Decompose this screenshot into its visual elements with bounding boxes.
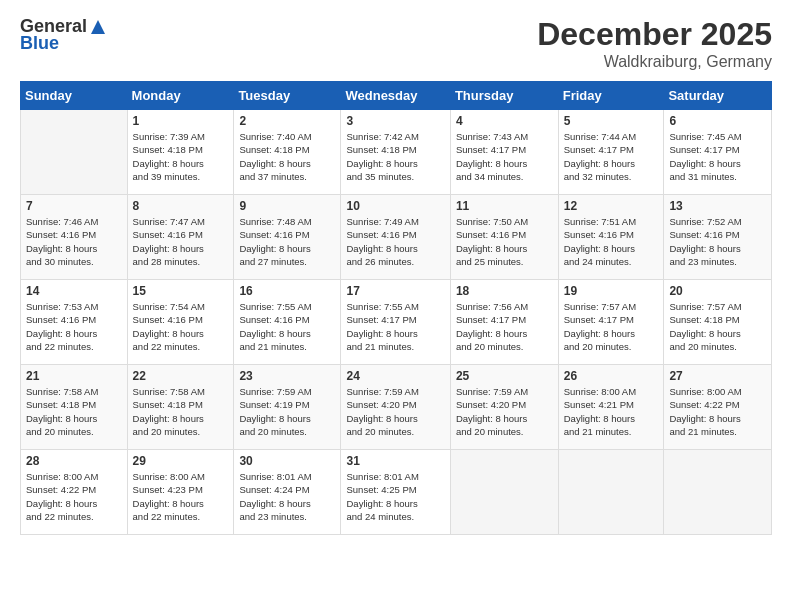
day-info: Sunrise: 7:40 AM Sunset: 4:18 PM Dayligh…	[239, 130, 335, 183]
table-row: 11Sunrise: 7:50 AM Sunset: 4:16 PM Dayli…	[450, 195, 558, 280]
day-number: 10	[346, 199, 444, 213]
day-number: 12	[564, 199, 659, 213]
day-number: 3	[346, 114, 444, 128]
day-info: Sunrise: 7:53 AM Sunset: 4:16 PM Dayligh…	[26, 300, 122, 353]
day-number: 2	[239, 114, 335, 128]
col-wednesday: Wednesday	[341, 82, 450, 110]
table-row: 6Sunrise: 7:45 AM Sunset: 4:17 PM Daylig…	[664, 110, 772, 195]
day-info: Sunrise: 7:42 AM Sunset: 4:18 PM Dayligh…	[346, 130, 444, 183]
table-row: 23Sunrise: 7:59 AM Sunset: 4:19 PM Dayli…	[234, 365, 341, 450]
table-row: 26Sunrise: 8:00 AM Sunset: 4:21 PM Dayli…	[558, 365, 664, 450]
day-info: Sunrise: 7:48 AM Sunset: 4:16 PM Dayligh…	[239, 215, 335, 268]
calendar-header-row: Sunday Monday Tuesday Wednesday Thursday…	[21, 82, 772, 110]
day-number: 13	[669, 199, 766, 213]
table-row: 18Sunrise: 7:56 AM Sunset: 4:17 PM Dayli…	[450, 280, 558, 365]
table-row: 1Sunrise: 7:39 AM Sunset: 4:18 PM Daylig…	[127, 110, 234, 195]
table-row	[558, 450, 664, 535]
day-number: 28	[26, 454, 122, 468]
day-number: 15	[133, 284, 229, 298]
table-row: 24Sunrise: 7:59 AM Sunset: 4:20 PM Dayli…	[341, 365, 450, 450]
day-number: 27	[669, 369, 766, 383]
table-row: 25Sunrise: 7:59 AM Sunset: 4:20 PM Dayli…	[450, 365, 558, 450]
table-row: 14Sunrise: 7:53 AM Sunset: 4:16 PM Dayli…	[21, 280, 128, 365]
day-info: Sunrise: 7:57 AM Sunset: 4:17 PM Dayligh…	[564, 300, 659, 353]
table-row	[664, 450, 772, 535]
calendar-week-row: 7Sunrise: 7:46 AM Sunset: 4:16 PM Daylig…	[21, 195, 772, 280]
day-info: Sunrise: 7:57 AM Sunset: 4:18 PM Dayligh…	[669, 300, 766, 353]
day-info: Sunrise: 7:59 AM Sunset: 4:20 PM Dayligh…	[456, 385, 553, 438]
table-row: 30Sunrise: 8:01 AM Sunset: 4:24 PM Dayli…	[234, 450, 341, 535]
day-info: Sunrise: 8:01 AM Sunset: 4:24 PM Dayligh…	[239, 470, 335, 523]
col-monday: Monday	[127, 82, 234, 110]
table-row: 12Sunrise: 7:51 AM Sunset: 4:16 PM Dayli…	[558, 195, 664, 280]
day-info: Sunrise: 7:39 AM Sunset: 4:18 PM Dayligh…	[133, 130, 229, 183]
table-row: 4Sunrise: 7:43 AM Sunset: 4:17 PM Daylig…	[450, 110, 558, 195]
logo-blue-text: Blue	[20, 33, 59, 54]
col-thursday: Thursday	[450, 82, 558, 110]
day-number: 14	[26, 284, 122, 298]
day-info: Sunrise: 7:52 AM Sunset: 4:16 PM Dayligh…	[669, 215, 766, 268]
table-row: 28Sunrise: 8:00 AM Sunset: 4:22 PM Dayli…	[21, 450, 128, 535]
day-number: 19	[564, 284, 659, 298]
title-section: December 2025 Waldkraiburg, Germany	[537, 16, 772, 71]
day-info: Sunrise: 8:00 AM Sunset: 4:21 PM Dayligh…	[564, 385, 659, 438]
col-sunday: Sunday	[21, 82, 128, 110]
table-row: 27Sunrise: 8:00 AM Sunset: 4:22 PM Dayli…	[664, 365, 772, 450]
day-info: Sunrise: 7:58 AM Sunset: 4:18 PM Dayligh…	[26, 385, 122, 438]
calendar-week-row: 28Sunrise: 8:00 AM Sunset: 4:22 PM Dayli…	[21, 450, 772, 535]
table-row: 20Sunrise: 7:57 AM Sunset: 4:18 PM Dayli…	[664, 280, 772, 365]
day-number: 24	[346, 369, 444, 383]
month-title: December 2025	[537, 16, 772, 53]
day-info: Sunrise: 8:00 AM Sunset: 4:22 PM Dayligh…	[26, 470, 122, 523]
table-row: 21Sunrise: 7:58 AM Sunset: 4:18 PM Dayli…	[21, 365, 128, 450]
day-info: Sunrise: 7:46 AM Sunset: 4:16 PM Dayligh…	[26, 215, 122, 268]
table-row: 31Sunrise: 8:01 AM Sunset: 4:25 PM Dayli…	[341, 450, 450, 535]
day-info: Sunrise: 7:59 AM Sunset: 4:20 PM Dayligh…	[346, 385, 444, 438]
day-number: 31	[346, 454, 444, 468]
day-info: Sunrise: 7:55 AM Sunset: 4:17 PM Dayligh…	[346, 300, 444, 353]
day-number: 4	[456, 114, 553, 128]
day-number: 20	[669, 284, 766, 298]
calendar-week-row: 14Sunrise: 7:53 AM Sunset: 4:16 PM Dayli…	[21, 280, 772, 365]
day-number: 22	[133, 369, 229, 383]
day-info: Sunrise: 7:56 AM Sunset: 4:17 PM Dayligh…	[456, 300, 553, 353]
table-row: 13Sunrise: 7:52 AM Sunset: 4:16 PM Dayli…	[664, 195, 772, 280]
day-info: Sunrise: 7:58 AM Sunset: 4:18 PM Dayligh…	[133, 385, 229, 438]
col-saturday: Saturday	[664, 82, 772, 110]
table-row	[450, 450, 558, 535]
day-number: 5	[564, 114, 659, 128]
table-row: 7Sunrise: 7:46 AM Sunset: 4:16 PM Daylig…	[21, 195, 128, 280]
day-info: Sunrise: 7:45 AM Sunset: 4:17 PM Dayligh…	[669, 130, 766, 183]
day-number: 23	[239, 369, 335, 383]
logo: General Blue	[20, 16, 109, 54]
table-row: 3Sunrise: 7:42 AM Sunset: 4:18 PM Daylig…	[341, 110, 450, 195]
day-info: Sunrise: 7:59 AM Sunset: 4:19 PM Dayligh…	[239, 385, 335, 438]
day-info: Sunrise: 7:44 AM Sunset: 4:17 PM Dayligh…	[564, 130, 659, 183]
table-row: 22Sunrise: 7:58 AM Sunset: 4:18 PM Dayli…	[127, 365, 234, 450]
table-row: 10Sunrise: 7:49 AM Sunset: 4:16 PM Dayli…	[341, 195, 450, 280]
table-row: 2Sunrise: 7:40 AM Sunset: 4:18 PM Daylig…	[234, 110, 341, 195]
day-number: 18	[456, 284, 553, 298]
table-row: 9Sunrise: 7:48 AM Sunset: 4:16 PM Daylig…	[234, 195, 341, 280]
day-number: 6	[669, 114, 766, 128]
day-number: 11	[456, 199, 553, 213]
col-tuesday: Tuesday	[234, 82, 341, 110]
page-header: General Blue December 2025 Waldkraiburg,…	[20, 16, 772, 71]
day-info: Sunrise: 7:47 AM Sunset: 4:16 PM Dayligh…	[133, 215, 229, 268]
day-number: 17	[346, 284, 444, 298]
calendar-table: Sunday Monday Tuesday Wednesday Thursday…	[20, 81, 772, 535]
day-number: 9	[239, 199, 335, 213]
day-number: 25	[456, 369, 553, 383]
day-info: Sunrise: 8:00 AM Sunset: 4:22 PM Dayligh…	[669, 385, 766, 438]
day-number: 7	[26, 199, 122, 213]
day-info: Sunrise: 7:51 AM Sunset: 4:16 PM Dayligh…	[564, 215, 659, 268]
page-container: General Blue December 2025 Waldkraiburg,…	[0, 0, 792, 612]
day-info: Sunrise: 7:49 AM Sunset: 4:16 PM Dayligh…	[346, 215, 444, 268]
table-row: 5Sunrise: 7:44 AM Sunset: 4:17 PM Daylig…	[558, 110, 664, 195]
table-row: 19Sunrise: 7:57 AM Sunset: 4:17 PM Dayli…	[558, 280, 664, 365]
svg-marker-0	[91, 20, 105, 34]
day-number: 1	[133, 114, 229, 128]
day-number: 16	[239, 284, 335, 298]
logo-icon	[89, 18, 107, 36]
day-info: Sunrise: 7:55 AM Sunset: 4:16 PM Dayligh…	[239, 300, 335, 353]
